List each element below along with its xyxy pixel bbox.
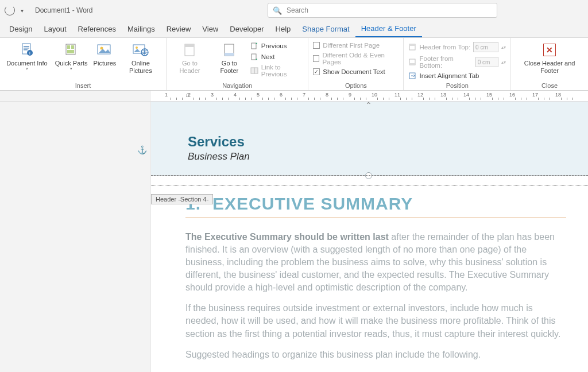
ribbon-tabs: Design Layout References Mailings Review… [0, 21, 588, 38]
svg-rect-8 [71, 45, 74, 49]
page-header-area[interactable]: ⌃ Services Business Plan [151, 102, 588, 176]
show-document-text-checkbox[interactable]: ✓ Show Document Text [312, 68, 400, 76]
svg-rect-21 [251, 68, 254, 73]
header-section-tag: Header -Section 4- [151, 194, 213, 204]
tab-developer[interactable]: Developer [224, 21, 269, 37]
link-to-previous-button[interactable]: Link to Previous [249, 63, 305, 78]
paragraph-2: If the business requires outside investm… [185, 302, 566, 340]
group-label-position: Position [407, 81, 507, 89]
window-title: Document1 - Word [35, 6, 92, 14]
link-previous-icon [250, 67, 258, 75]
svg-rect-2 [24, 48, 29, 49]
ruler-area: ⌂ 123456789101112131415161718 [0, 91, 588, 102]
search-icon: 🔍 [273, 6, 282, 15]
goto-header-button[interactable]: Go to Header [170, 40, 210, 75]
group-label-options: Options [312, 81, 400, 89]
title-bar: ▾ Document1 - Word 🔍 Search [0, 0, 588, 21]
svg-rect-20 [252, 54, 256, 60]
tab-header-footer[interactable]: Header & Footer [355, 21, 422, 37]
document-info-button[interactable]: i Document Info ˅ [3, 40, 51, 75]
document-page[interactable]: ⌃ Services Business Plan Header -Section… [151, 102, 588, 372]
tab-shape-format[interactable]: Shape Format [296, 21, 355, 37]
checkbox-icon [313, 55, 319, 62]
qa-customize-chevron[interactable]: ▾ [21, 7, 24, 14]
alignment-tab-icon [408, 72, 416, 80]
goto-footer-button[interactable]: Go to Footer [211, 40, 248, 75]
group-insert: i Document Info ˅ Quick Parts ˅ Pictures [0, 38, 167, 90]
group-position: Header from Top: 0 cm ▴▾ Footer from Bot… [404, 38, 511, 90]
next-icon [250, 53, 258, 61]
tab-layout[interactable]: Layout [38, 21, 72, 37]
paragraph-1: The Executive Summary should be written … [185, 231, 566, 294]
ribbon: i Document Info ˅ Quick Parts ˅ Pictures [0, 38, 588, 91]
footer-bottom-icon [408, 58, 416, 66]
tab-mailings[interactable]: Mailings [122, 21, 161, 37]
next-button[interactable]: Next [249, 52, 305, 61]
refresh-icon[interactable] [5, 5, 15, 16]
quick-parts-icon [63, 41, 80, 59]
left-gutter: ⚓ [0, 102, 151, 372]
svg-rect-24 [409, 44, 415, 46]
heading-1: 1.EXECUTIVE SUMMARY [185, 194, 566, 214]
tab-view[interactable]: View [196, 21, 224, 37]
previous-button[interactable]: Previous [249, 41, 305, 51]
horizontal-ruler[interactable]: ⌂ 123456789101112131415161718 [151, 91, 588, 101]
group-label-close: Close [514, 81, 585, 89]
pictures-button[interactable]: Pictures [92, 40, 117, 68]
svg-rect-16 [185, 44, 194, 47]
insert-alignment-tab-button[interactable]: Insert Alignment Tab [407, 71, 507, 80]
svg-rect-26 [409, 63, 415, 65]
svg-rect-18 [225, 53, 234, 56]
search-box[interactable]: 🔍 Search [268, 3, 497, 18]
group-close: ✕ Close Header and Footer Close [511, 38, 588, 90]
svg-rect-7 [67, 45, 70, 49]
group-navigation: Go to Header Go to Footer Previous [167, 38, 308, 90]
online-pictures-button[interactable]: Online Pictures [119, 40, 163, 75]
group-label-navigation: Navigation [170, 81, 304, 89]
svg-point-13 [136, 46, 138, 49]
heading-text: EXECUTIVE SUMMARY [212, 194, 413, 213]
group-label-insert: Insert [3, 81, 163, 89]
header-subtitle[interactable]: Business Plan [188, 151, 554, 162]
anchor-icon: ⚓ [137, 145, 147, 154]
checkbox-checked-icon: ✓ [313, 68, 320, 75]
goto-header-icon [181, 41, 198, 59]
svg-rect-9 [67, 50, 74, 53]
svg-text:i: i [29, 51, 30, 56]
document-info-icon: i [18, 41, 36, 59]
header-title[interactable]: Services [188, 134, 554, 150]
tab-design[interactable]: Design [3, 21, 38, 37]
heading-underline [185, 217, 566, 218]
tab-help[interactable]: Help [270, 21, 297, 37]
search-placeholder: Search [287, 6, 308, 14]
svg-rect-22 [254, 68, 258, 73]
checkbox-icon [313, 42, 320, 49]
header-from-top-input[interactable]: 0 cm [473, 42, 498, 52]
footer-from-bottom-row: Footer from Bottom: 0 cm ▴▾ [407, 55, 507, 69]
paragraph-3: Suggested headings to organize this busi… [185, 348, 566, 361]
svg-rect-19 [252, 43, 256, 49]
online-pictures-icon [132, 41, 149, 59]
document-body: 1.EXECUTIVE SUMMARY The Executive Summar… [151, 186, 588, 372]
svg-rect-1 [24, 46, 29, 47]
resize-handle-icon[interactable] [365, 172, 372, 179]
goto-footer-icon [220, 41, 238, 59]
different-odd-even-checkbox[interactable]: Different Odd & Even Pages [312, 51, 400, 66]
tab-review[interactable]: Review [161, 21, 197, 37]
previous-icon [250, 42, 258, 50]
close-header-footer-button[interactable]: ✕ Close Header and Footer [514, 40, 585, 75]
tab-references[interactable]: References [72, 21, 122, 37]
different-first-page-checkbox[interactable]: Different First Page [312, 41, 400, 49]
footer-from-bottom-input[interactable]: 0 cm [475, 57, 498, 67]
group-options: Different First Page Different Odd & Eve… [308, 38, 404, 90]
header-from-top-row: Header from Top: 0 cm ▴▾ [407, 41, 507, 53]
header-top-icon [408, 43, 416, 51]
close-icon: ✕ [541, 41, 558, 59]
workspace: ⚓ ⌃ Services Business Plan Header -Secti… [0, 102, 588, 372]
pictures-icon [96, 41, 113, 59]
quick-parts-button[interactable]: Quick Parts ˅ [52, 40, 91, 75]
top-handle-icon[interactable]: ⌃ [365, 102, 372, 110]
svg-rect-3 [24, 49, 28, 51]
